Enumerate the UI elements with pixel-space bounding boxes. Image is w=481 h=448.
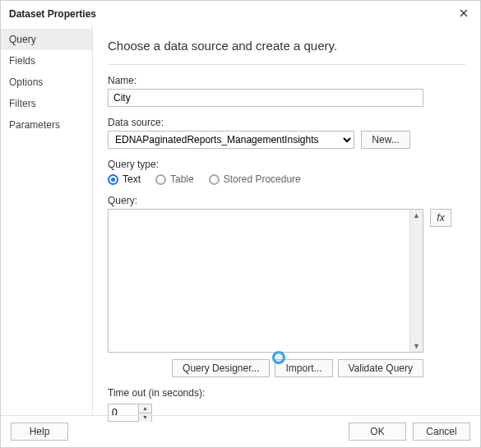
- sidebar-item-parameters[interactable]: Parameters: [1, 114, 92, 136]
- dialog-body: Query Fields Options Filters Parameters …: [1, 25, 480, 415]
- radio-table[interactable]: Table: [155, 173, 194, 185]
- ok-button[interactable]: OK: [349, 423, 406, 441]
- name-label: Name:: [108, 75, 465, 86]
- sidebar-item-label: Options: [9, 76, 43, 88]
- scroll-down-icon[interactable]: ▼: [410, 340, 423, 352]
- querytype-section: Query type: Text Table Stored Procedure: [108, 159, 465, 185]
- content-panel: Choose a data source and create a query.…: [93, 25, 480, 415]
- radio-icon: [209, 174, 220, 185]
- import-button[interactable]: Import...: [275, 359, 332, 377]
- sidebar-item-options[interactable]: Options: [1, 72, 92, 93]
- query-section: Query: ▲ ▼ fx Query Designer... Import..…: [108, 195, 465, 377]
- sidebar-item-label: Parameters: [9, 119, 60, 131]
- expression-button[interactable]: fx: [430, 209, 451, 227]
- name-input[interactable]: [108, 89, 423, 107]
- radio-icon: [108, 174, 118, 185]
- titlebar: Dataset Properties: [1, 1, 480, 25]
- radio-label: Stored Procedure: [224, 173, 301, 185]
- validate-query-button[interactable]: Validate Query: [338, 359, 424, 377]
- radio-text[interactable]: Text: [108, 173, 141, 185]
- sidebar: Query Fields Options Filters Parameters: [1, 25, 93, 415]
- sidebar-item-filters[interactable]: Filters: [1, 93, 92, 114]
- name-section: Name:: [108, 75, 465, 107]
- dialog-footer: Help OK Cancel: [1, 415, 480, 447]
- scroll-up-icon[interactable]: ▲: [410, 210, 423, 221]
- radio-label: Text: [123, 173, 141, 185]
- query-area: ▲ ▼: [108, 209, 423, 353]
- help-button[interactable]: Help: [11, 423, 68, 441]
- datasource-section: Data source: EDNAPaginatedReports_Manage…: [108, 117, 465, 149]
- timeout-label: Time out (in seconds):: [108, 387, 465, 399]
- divider: [108, 64, 465, 65]
- datasource-label: Data source:: [108, 117, 465, 128]
- query-scrollbar[interactable]: ▲ ▼: [409, 210, 423, 352]
- sidebar-item-label: Filters: [9, 98, 36, 109]
- querytype-label: Query type:: [108, 159, 465, 170]
- dataset-properties-dialog: Dataset Properties Query Fields Options …: [0, 0, 481, 448]
- dialog-title: Dataset Properties: [9, 8, 96, 20]
- query-label: Query:: [108, 195, 465, 206]
- close-button[interactable]: [454, 6, 474, 22]
- cancel-button[interactable]: Cancel: [413, 423, 470, 441]
- radio-stored-procedure[interactable]: Stored Procedure: [209, 173, 301, 185]
- sidebar-item-fields[interactable]: Fields: [1, 50, 92, 72]
- new-datasource-button[interactable]: New...: [361, 131, 410, 149]
- radio-icon: [155, 174, 166, 185]
- sidebar-item-label: Fields: [9, 55, 35, 67]
- sidebar-item-label: Query: [9, 34, 36, 45]
- datasource-select[interactable]: EDNAPaginatedReports_ManagementInsights: [108, 131, 354, 149]
- sidebar-item-query[interactable]: Query: [1, 29, 92, 50]
- query-designer-button[interactable]: Query Designer...: [172, 359, 270, 377]
- radio-label: Table: [170, 173, 194, 185]
- query-textarea[interactable]: [109, 210, 409, 352]
- stepper-up-icon[interactable]: ▲: [139, 404, 151, 413]
- close-icon: [460, 9, 468, 17]
- page-heading: Choose a data source and create a query.: [108, 39, 465, 53]
